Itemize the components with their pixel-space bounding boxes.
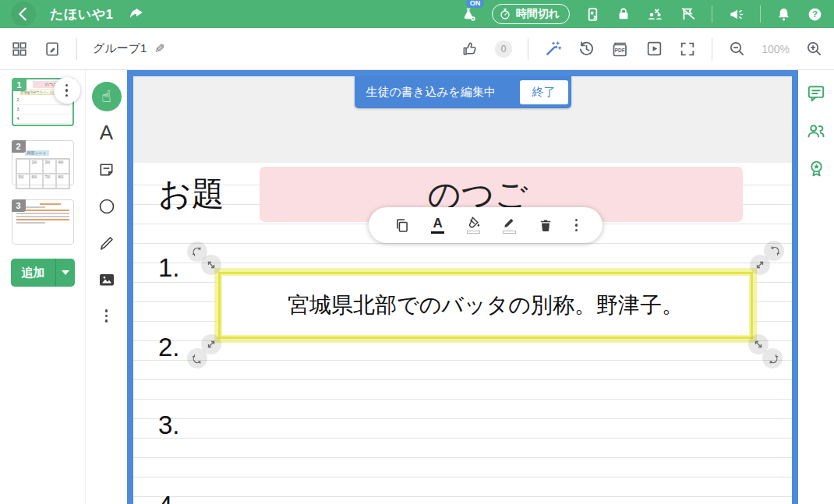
object-context-toolbar: A — [369, 207, 603, 243]
fullscreen-icon[interactable] — [679, 41, 696, 58]
list-number: 2. — [158, 333, 180, 362]
more-vertical-icon — [575, 219, 578, 232]
zoom-in-icon[interactable] — [805, 40, 823, 58]
resize-handle-top-left[interactable] — [201, 255, 221, 275]
group-name: グループ1 — [93, 41, 147, 56]
slide-menu-button[interactable] — [54, 77, 80, 104]
card-tool[interactable] — [90, 151, 124, 188]
editing-banner: 生徒の書き込みを編集中 終了 — [355, 76, 571, 108]
participants-button[interactable] — [804, 118, 829, 143]
select-tool[interactable]: ☝ — [90, 78, 124, 115]
people-icon — [806, 121, 826, 141]
border-color-button[interactable] — [503, 217, 517, 234]
chevron-down-icon — [62, 270, 69, 275]
text-color-button[interactable]: A — [431, 217, 444, 234]
thumb2-table: 2回 3回4回 5回6回 7回8回 — [16, 158, 70, 189]
award-button[interactable] — [804, 156, 829, 181]
selected-text-box[interactable]: 宮城県北部でのバッタの別称。野津子。 — [218, 272, 753, 339]
more-options-button[interactable] — [575, 219, 578, 232]
text-tool[interactable]: A — [90, 115, 124, 151]
image-tool[interactable] — [90, 261, 124, 298]
experiment-settings-icon[interactable]: ON — [460, 5, 477, 23]
back-arrow-icon — [15, 5, 32, 23]
grid-view-icon[interactable] — [11, 41, 28, 58]
camera-off-icon[interactable] — [585, 6, 601, 23]
paint-bucket-icon — [466, 217, 482, 229]
timer-label: 時間切れ — [516, 7, 560, 21]
bell-icon[interactable] — [776, 6, 792, 23]
delete-button[interactable] — [538, 217, 553, 234]
fill-color-button[interactable] — [466, 217, 482, 234]
zoom-out-icon[interactable] — [728, 40, 746, 58]
help-icon[interactable]: ? — [807, 6, 823, 23]
editing-banner-text: 生徒の書き込みを編集中 — [366, 85, 496, 100]
like-count-badge: 0 — [495, 41, 512, 58]
svg-text:PDF: PDF — [615, 48, 625, 53]
topic-label: お題 — [158, 172, 224, 216]
slide-number-badge: 1 — [12, 79, 27, 91]
pen-tool[interactable] — [90, 224, 124, 261]
board-title: たほいや1 — [50, 5, 114, 23]
slide-thumbnail-2[interactable]: 2 回答シート 2回 3回4回 5回6回 7回8回 — [12, 140, 74, 185]
thumb1-line: 4. — [16, 115, 70, 124]
thumb1-line: 3. — [16, 105, 70, 115]
rotate-handle-bottom-left[interactable] — [187, 348, 207, 368]
chat-icon — [806, 83, 826, 104]
slide-thumbnail-3[interactable]: 3 — [12, 199, 74, 245]
slide-number-badge: 2 — [12, 140, 26, 153]
end-editing-button[interactable]: 終了 — [520, 80, 568, 104]
app-header: たほいや1 ON 時間切れ — [0, 0, 834, 28]
share-icon[interactable] — [128, 5, 145, 23]
timer-button[interactable]: 時間切れ — [492, 4, 570, 24]
svg-text:?: ? — [812, 9, 818, 19]
copy-icon — [394, 217, 410, 234]
text-color-icon: A — [433, 217, 442, 230]
add-slide-button[interactable]: 追加 — [11, 259, 75, 287]
thumb2-title: 回答シート — [25, 150, 49, 156]
comments-button[interactable] — [804, 81, 829, 106]
add-slide-dropdown[interactable] — [56, 259, 75, 287]
slide-panel: 1 のつご 宮城県北部でのバッタの別称。 2. 3. 4. 2 回答シート 2回… — [0, 70, 86, 504]
trash-icon — [538, 217, 553, 234]
toolbar-divider — [76, 38, 77, 60]
note-card-icon — [97, 160, 115, 178]
page-body[interactable]: お題 のつご A — [133, 163, 792, 504]
rotate-handle-bottom-right[interactable] — [762, 348, 783, 368]
stopwatch-icon — [499, 8, 511, 20]
on-badge: ON — [466, 0, 485, 8]
back-button[interactable] — [11, 2, 36, 26]
tool-palette: ☝ A — [86, 70, 127, 504]
header-divider — [760, 5, 761, 23]
right-sidebar — [798, 70, 834, 504]
megaphone-icon[interactable] — [727, 5, 745, 23]
answer-text: 宮城県北部でのバッタの別称。野津子。 — [288, 291, 684, 320]
pen-icon — [97, 234, 116, 252]
pdf-export-icon[interactable]: PDF — [611, 40, 630, 58]
shape-tool[interactable] — [90, 188, 124, 224]
circle-shape-icon — [97, 197, 116, 216]
history-icon[interactable] — [578, 40, 595, 58]
group-restrict-icon[interactable] — [646, 5, 665, 23]
award-badge-icon — [807, 159, 826, 178]
header-divider — [712, 5, 712, 23]
canvas: 生徒の書き込みを編集中 終了 お題 のつご A — [127, 70, 798, 504]
rotate-handle-top-right[interactable] — [764, 241, 784, 261]
slide-number-badge: 3 — [12, 199, 26, 212]
play-icon[interactable] — [645, 40, 663, 58]
duplicate-button[interactable] — [394, 217, 410, 234]
document-toolbar: グループ1 ✎ 0 PDF 100% — [0, 28, 834, 70]
slide-thumbnail-1[interactable]: 1 のつご 宮城県北部でのバッタの別称。 2. 3. 4. — [12, 78, 74, 126]
toolbar-divider — [712, 38, 712, 60]
edit-group-name-icon[interactable]: ✎ — [154, 41, 164, 56]
toolbar-divider — [528, 38, 528, 60]
image-icon — [97, 270, 116, 289]
more-tools[interactable] — [90, 298, 124, 334]
thumbs-up-icon[interactable] — [461, 40, 479, 58]
magic-wand-icon[interactable] — [544, 40, 562, 58]
lock-icon[interactable] — [616, 6, 631, 22]
clipboard-edit-icon[interactable] — [44, 41, 61, 58]
zoom-level: 100% — [762, 43, 790, 55]
more-vertical-icon — [65, 84, 69, 97]
pencil-icon — [503, 217, 517, 229]
flag-off-icon[interactable] — [680, 5, 697, 23]
